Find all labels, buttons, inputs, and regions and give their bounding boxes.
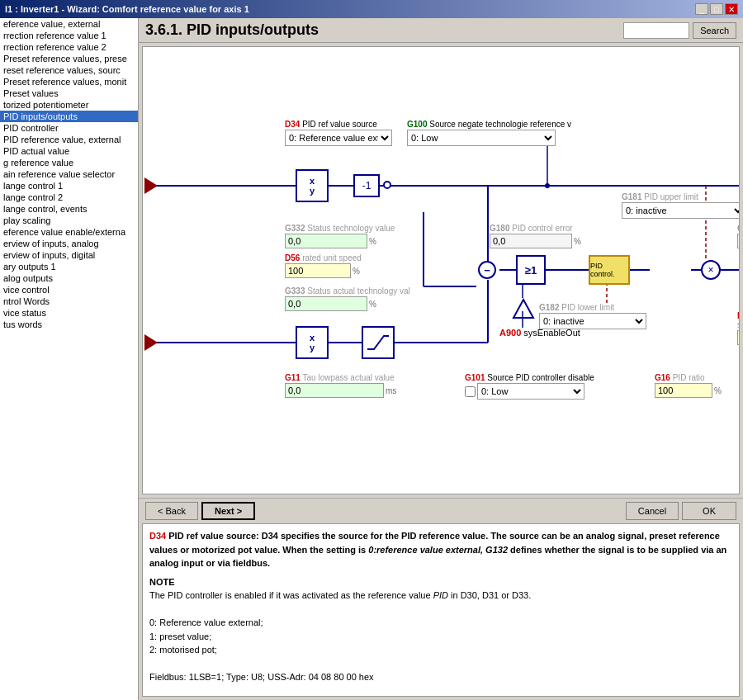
g101-dropdown-group: G101 Source PID controller disable 0: Lo…	[465, 373, 594, 400]
back-button[interactable]: < Back	[145, 502, 198, 520]
svg-point-17	[545, 183, 550, 188]
info-list-1: 1: preset value;	[149, 630, 732, 644]
sidebar-item-11[interactable]: PID actual value	[0, 145, 138, 157]
sidebar-item-21[interactable]: ary outputs 1	[0, 261, 138, 272]
sidebar-item-9[interactable]: PID controller	[0, 122, 138, 134]
next-button[interactable]: Next >	[201, 502, 255, 520]
d56-bot-field-group: D56 rated unit speed %	[737, 311, 740, 345]
g333-input[interactable]	[285, 296, 367, 311]
d56-top-field-group: D56 rated unit speed %	[285, 253, 362, 278]
minimize-button[interactable]: _	[695, 3, 708, 15]
d56-bot-param-label: D56	[737, 311, 740, 320]
sidebar-item-4[interactable]: reset reference values, sourc	[0, 64, 138, 76]
info-title: D34 PID ref value source: D34 specifies …	[149, 529, 732, 570]
g16-input[interactable]	[655, 383, 712, 398]
title-bar-buttons: _ □ ✕	[695, 3, 738, 15]
wire-canvas	[143, 47, 739, 494]
sidebar-item-17[interactable]: play scaling	[0, 215, 138, 226]
close-button[interactable]: ✕	[725, 3, 738, 15]
sidebar-item-13[interactable]: ain reference value selector	[0, 168, 138, 180]
neg1-block: -1	[353, 174, 380, 197]
g181-desc-label: PID upper limit	[644, 192, 698, 201]
info-title-param: D34	[149, 531, 166, 541]
sidebar-item-24[interactable]: ntrol Words	[0, 296, 138, 307]
sidebar-item-6[interactable]: Preset values	[0, 88, 138, 99]
d56-top-input[interactable]	[285, 263, 351, 278]
nav-right: Cancel OK	[626, 502, 736, 520]
g182-field-group: G182 PID lower limit 0: inactive	[539, 303, 646, 329]
sidebar-item-26[interactable]: tus words	[0, 319, 138, 330]
g180-input[interactable]	[490, 234, 572, 248]
sidebar-item-1[interactable]: rrection reference value 1	[0, 30, 138, 41]
g332-param-label: G332	[285, 224, 305, 233]
sidebar-item-5[interactable]: Preset reference values, monit	[0, 76, 138, 88]
pid-control-label: PID control.	[590, 262, 628, 278]
maximize-button[interactable]: □	[710, 3, 723, 15]
info-title-desc: PID ref value source:	[168, 531, 258, 541]
sidebar-item-25[interactable]: vice status	[0, 307, 138, 319]
g101-select[interactable]: 0: Low	[477, 383, 584, 400]
g333-field-group: G333 Status actual technology val %	[285, 286, 410, 311]
g182-select[interactable]: 0: inactive	[539, 313, 646, 329]
g100-dropdown-group: G100 Source negate technologie reference…	[407, 120, 571, 146]
g181-field-group: G181 PID upper limit 0: inactive	[622, 192, 740, 219]
sidebar-item-10[interactable]: PID reference value, external	[0, 134, 138, 145]
sidebar-item-7[interactable]: torized potentiometer	[0, 99, 138, 111]
g11-field-group: G11 Tau lowpass actual value ms	[285, 373, 396, 398]
info-note-italic: PID	[433, 590, 448, 600]
sidebar-item-12[interactable]: g reference value	[0, 157, 138, 168]
svg-marker-23	[144, 177, 158, 194]
g180-unit: %	[574, 237, 581, 246]
g101-checkbox[interactable]	[465, 386, 476, 397]
g16-unit: %	[714, 386, 722, 395]
g11-unit: ms	[386, 386, 396, 395]
search-area: Search	[623, 22, 736, 39]
sum-circle: −	[478, 261, 496, 279]
g181-select[interactable]: 0: inactive	[622, 202, 740, 219]
g101-param-label: G101	[465, 373, 485, 382]
svg-marker-26	[144, 334, 158, 351]
g332-unit: %	[369, 237, 376, 246]
g332-input[interactable]	[285, 234, 367, 248]
d56-bot-input[interactable]	[737, 330, 740, 345]
g332-field-group: G332 Status technology value %	[285, 224, 395, 248]
nav-left: < Back Next >	[145, 502, 255, 520]
diagram-area: x y -1 D34 PID ref value source 0: Refer…	[142, 46, 740, 494]
info-body1-italic: 0:reference value external, G132	[368, 545, 508, 555]
title-bar: I1 : Inverter1 - Wizard: Comfort referen…	[0, 0, 743, 18]
sidebar: eference value, external rrection refere…	[0, 18, 139, 700]
a900-label: A900 sysEnableOut	[499, 328, 580, 338]
info-panel: D34 PID ref value source: D34 specifies …	[142, 523, 740, 697]
d34-desc-label: PID ref value source	[302, 120, 377, 129]
sidebar-item-16[interactable]: lange control, events	[0, 203, 138, 215]
info-note-end: in D30, D31 or D33.	[451, 590, 531, 600]
page-title: 3.6.1. PID inputs/outputs	[145, 21, 319, 39]
search-input[interactable]	[623, 22, 689, 39]
sidebar-item-3[interactable]: Preset reference values, prese	[0, 53, 138, 64]
search-button[interactable]: Search	[693, 22, 736, 39]
d34-select[interactable]: 0: Reference value ext	[285, 130, 392, 146]
g100-select[interactable]: 0: Low	[407, 130, 556, 146]
sidebar-item-23[interactable]: vice control	[0, 284, 138, 296]
sidebar-item-2[interactable]: rrection reference value 2	[0, 41, 138, 53]
g181-param-label: G181	[622, 192, 641, 201]
sidebar-item-20[interactable]: erview of inputs, digital	[0, 249, 138, 261]
g11-input[interactable]	[285, 383, 384, 398]
xy-block-bottom: x y	[296, 326, 329, 359]
cancel-button[interactable]: Cancel	[626, 502, 679, 520]
d34-dropdown-group: D34 PID ref value source 0: Reference va…	[285, 120, 392, 146]
info-note-text: The PID controller is enabled if it was …	[149, 590, 433, 600]
g182-param-label: G182	[539, 303, 559, 312]
sidebar-item-18[interactable]: eference value enable/externa	[0, 226, 138, 238]
g185-input[interactable]	[737, 234, 740, 248]
ok-button[interactable]: OK	[682, 502, 736, 520]
sidebar-item-0[interactable]: eference value, external	[0, 18, 138, 30]
window-title: I1 : Inverter1 - Wizard: Comfort referen…	[5, 4, 249, 14]
info-note-body: The PID controller is enabled if it was …	[149, 589, 732, 603]
sidebar-item-19[interactable]: erview of inputs, analog	[0, 238, 138, 249]
sidebar-item-15[interactable]: lange control 2	[0, 192, 138, 203]
sidebar-item-pid-inputs[interactable]: PID inputs/outputs	[0, 111, 138, 122]
sidebar-item-22[interactable]: alog outputs	[0, 272, 138, 284]
g16-field-group: G16 PID ratio %	[655, 373, 722, 398]
sidebar-item-14[interactable]: lange control 1	[0, 180, 138, 192]
